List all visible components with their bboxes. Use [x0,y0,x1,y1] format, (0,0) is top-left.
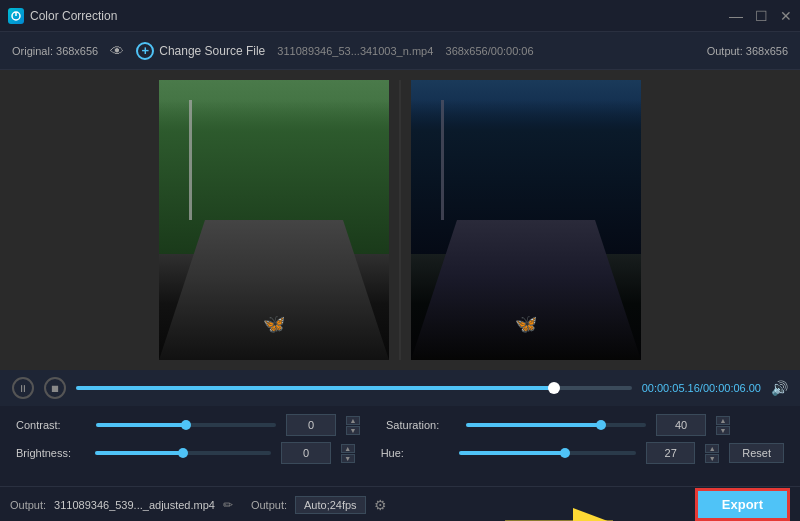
progress-bar[interactable] [76,386,632,390]
titlebar-left: Color Correction [8,8,117,24]
brightness-hue-row: Brightness: 0 ▲ ▼ Hue: 27 ▲ ▼ Reset [16,442,784,464]
original-scene: 🦋 [159,80,389,360]
hue-spinner: ▲ ▼ [705,444,719,463]
original-video-panel: 🦋 [159,80,389,360]
file-meta: 368x656/00:00:06 [446,45,534,57]
edit-icon[interactable]: ✏ [223,498,233,512]
contrast-saturation-row: Contrast: 0 ▲ ▼ Saturation: 40 ▲ ▼ [16,414,784,436]
hue-up[interactable]: ▲ [705,444,719,453]
saturation-label: Saturation: [386,419,456,431]
progress-fill [76,386,554,390]
contrast-down[interactable]: ▼ [346,426,360,435]
original-label: Original: 368x656 [12,45,98,57]
change-source-label: Change Source File [159,44,265,58]
contrast-label: Contrast: [16,419,86,431]
play-button[interactable]: ⏸ [12,377,34,399]
output-label-bottom: Output: [10,499,46,511]
eye-icon[interactable]: 👁 [110,43,124,59]
add-source-icon: + [136,42,154,60]
titlebar-title: Color Correction [30,9,117,23]
original-butterfly: 🦋 [263,313,285,335]
contrast-handle[interactable] [181,420,191,430]
brightness-down[interactable]: ▼ [341,454,355,463]
saturation-up[interactable]: ▲ [716,416,730,425]
brightness-slider[interactable] [95,451,272,455]
titlebar-controls: — ☐ ✕ [729,9,792,23]
settings-icon[interactable]: ⚙ [374,497,387,513]
change-source-button[interactable]: + Change Source File [136,42,265,60]
reset-button[interactable]: Reset [729,443,784,463]
saturation-spinner: ▲ ▼ [716,416,730,435]
export-button[interactable]: Export [695,488,790,521]
titlebar: Color Correction — ☐ ✕ [0,0,800,32]
timeline: ⏸ ⏹ 00:00:05.16/00:00:06.00 🔊 [0,370,800,406]
brightness-label: Brightness: [16,447,85,459]
brightness-handle[interactable] [178,448,188,458]
contrast-up[interactable]: ▲ [346,416,360,425]
output-scene: 🦋 [411,80,641,360]
output-video-panel: 🦋 [411,80,641,360]
hue-fill [459,451,565,455]
volume-icon[interactable]: 🔊 [771,380,788,396]
saturation-handle[interactable] [596,420,606,430]
hue-label: Hue: [381,447,450,459]
output-format[interactable]: Auto;24fps [295,496,366,514]
contrast-value[interactable]: 0 [286,414,336,436]
hue-value[interactable]: 27 [646,442,695,464]
output-filename: 311089346_539..._adjusted.mp4 [54,499,215,511]
saturation-value[interactable]: 40 [656,414,706,436]
brightness-fill [95,451,183,455]
brightness-value[interactable]: 0 [281,442,330,464]
contrast-slider[interactable] [96,423,276,427]
arrow-annotation [505,505,625,521]
file-name: 311089346_53...341003_n.mp4 [277,45,433,57]
brightness-spinner: ▲ ▼ [341,444,355,463]
stop-button[interactable]: ⏹ [44,377,66,399]
file-info: 311089346_53...341003_n.mp4 368x656/00:0… [277,45,694,57]
saturation-fill [466,423,601,427]
minimize-button[interactable]: — [729,9,743,23]
saturation-down[interactable]: ▼ [716,426,730,435]
hue-handle[interactable] [560,448,570,458]
app-icon [8,8,24,24]
output-butterfly: 🦋 [515,313,537,335]
close-button[interactable]: ✕ [780,9,792,23]
output-bar: Output: 311089346_539..._adjusted.mp4 ✏ … [0,486,800,521]
brightness-up[interactable]: ▲ [341,444,355,453]
video-area: 🦋 🦋 [0,70,800,370]
time-current: 00:00:05.16 [642,382,700,394]
time-display: 00:00:05.16/00:00:06.00 [642,382,761,394]
progress-handle[interactable] [548,382,560,394]
hue-down[interactable]: ▼ [705,454,719,463]
output-format-label: Output: [251,499,287,511]
controls-area: Contrast: 0 ▲ ▼ Saturation: 40 ▲ ▼ Brigh… [0,406,800,486]
output-label: Output: 368x656 [707,45,788,57]
time-total: 00:00:06.00 [703,382,761,394]
contrast-spinner: ▲ ▼ [346,416,360,435]
toolbar: Original: 368x656 👁 + Change Source File… [0,32,800,70]
bottom-section: Output: 311089346_539..._adjusted.mp4 ✏ … [0,486,800,521]
saturation-slider[interactable] [466,423,646,427]
hue-slider[interactable] [459,451,636,455]
restore-button[interactable]: ☐ [755,9,768,23]
contrast-fill [96,423,186,427]
panel-divider [399,80,401,360]
